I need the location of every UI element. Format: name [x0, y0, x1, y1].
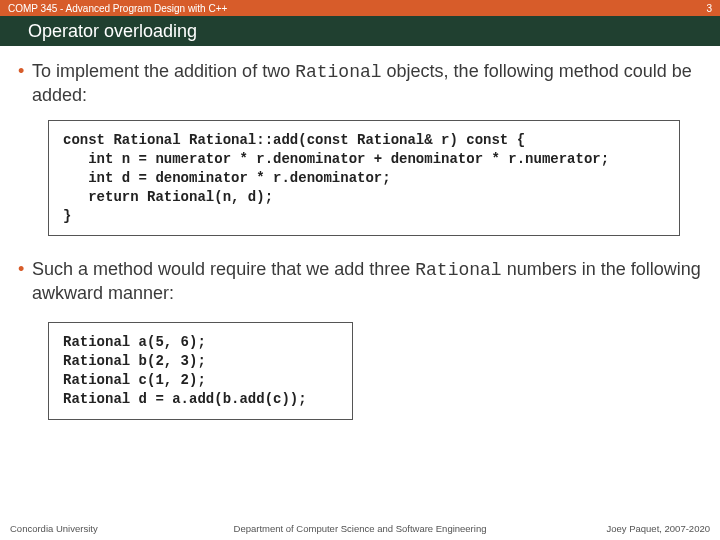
bullet-2-text: Such a method would require that we add …: [32, 258, 702, 304]
footer-right: Joey Paquet, 2007-2020: [516, 523, 710, 534]
bullet-2-mono: Rational: [415, 260, 501, 280]
bullet-2: • Such a method would require that we ad…: [18, 258, 702, 304]
code-block-1: const Rational Rational::add(const Ratio…: [48, 120, 680, 236]
course-label: COMP 345 - Advanced Program Design with …: [8, 3, 227, 14]
footer-left: Concordia University: [10, 523, 204, 534]
slide: COMP 345 - Advanced Program Design with …: [0, 0, 720, 540]
bullet-1-mono: Rational: [295, 62, 381, 82]
header-bar: COMP 345 - Advanced Program Design with …: [0, 0, 720, 16]
bullet-2-pre: Such a method would require that we add …: [32, 259, 415, 279]
bullet-1-pre: To implement the addition of two: [32, 61, 295, 81]
bullet-dot-icon: •: [18, 258, 32, 304]
bullet-dot-icon: •: [18, 60, 32, 106]
footer-center: Department of Computer Science and Softw…: [204, 523, 515, 534]
bullet-1-text: To implement the addition of two Rationa…: [32, 60, 702, 106]
slide-title: Operator overloading: [0, 16, 720, 46]
slide-body: • To implement the addition of two Ratio…: [0, 46, 720, 540]
footer: Concordia University Department of Compu…: [0, 523, 720, 534]
code-block-2: Rational a(5, 6); Rational b(2, 3); Rati…: [48, 322, 353, 420]
bullet-1: • To implement the addition of two Ratio…: [18, 60, 702, 106]
page-number: 3: [706, 3, 712, 14]
